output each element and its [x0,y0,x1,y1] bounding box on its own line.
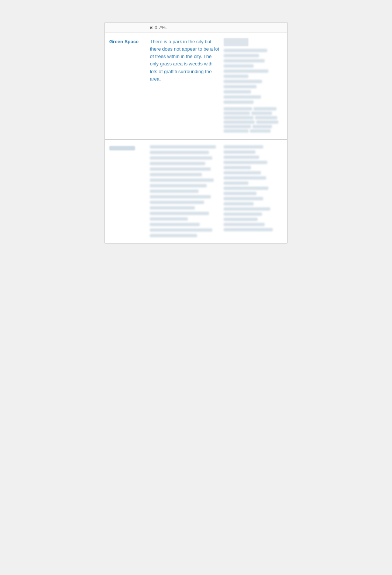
desc-bl-17 [150,234,197,237]
desc-bl-7 [150,178,214,182]
dl-2a [224,112,250,115]
desc-bl-15 [150,223,200,226]
desc-bl-13 [150,212,209,215]
desc-bl-3 [150,156,212,160]
dl-4a [224,120,255,124]
bl-1 [224,49,267,52]
second-data-row [105,139,287,243]
middle-top-box [224,38,248,46]
desc-bl-12 [150,206,195,210]
desc-bl-1 [150,145,216,149]
desc-bl-6 [150,173,202,176]
double-lines-group [224,107,278,134]
bl-6 [224,75,248,78]
desc-bl-5 [150,167,211,171]
dl-3b [255,116,277,119]
bl-4 [224,64,254,68]
middle-blurred-col [224,38,283,134]
desc-bl-11 [150,201,204,204]
dl-6a [224,129,248,133]
m2-bl-10 [224,192,257,195]
m2-bl-6 [224,171,261,174]
dl-1a [224,107,252,110]
green-space-row: Green Space There is a park in the city … [105,33,287,139]
green-space-description: There is a park in the city but there do… [150,38,224,83]
m2-bl-15 [224,218,258,221]
dl-4b [256,120,278,124]
main-content-box: is 0.7%. Green Space There is a park in … [104,22,288,244]
m2-bl-2 [224,150,255,154]
m2-bl-1 [224,145,263,149]
dl-3a [224,116,254,119]
dl-5b [252,125,272,128]
bl-10 [224,95,261,99]
desc-bl-9 [150,190,199,193]
bl-3 [224,59,265,62]
desc-bl-4 [150,162,205,165]
desc-bl-2 [150,151,209,154]
desc-bl-16 [150,228,212,232]
m2-bl-8 [224,181,248,185]
dl-2b [251,112,272,115]
second-row-label [109,145,150,150]
second-row-description [150,145,224,238]
m2-bl-13 [224,207,270,211]
m2-bl-16 [224,223,265,226]
bl-8 [224,85,257,88]
dl-1b [254,107,276,110]
m2-bl-9 [224,187,268,190]
label-blurred-block [109,146,135,150]
top-percent-row: is 0.7%. [105,23,287,33]
bl-2 [224,54,259,57]
bl-7 [224,80,262,83]
m2-bl-17 [224,228,273,231]
desc-bl-14 [150,217,188,221]
m2-bl-3 [224,156,259,159]
dl-6b [250,129,271,133]
m2-bl-7 [224,176,266,180]
m2-bl-12 [224,202,254,205]
percent-text: is 0.7%. [150,25,167,30]
m2-bl-4 [224,161,267,164]
bl-11 [224,101,254,104]
description-text: There is a park in the city but there do… [150,39,219,82]
m2-bl-5 [224,166,251,169]
second-middle-col [224,145,283,232]
bl-5 [224,69,268,73]
green-space-label: Green Space [109,38,150,44]
m2-bl-14 [224,212,262,216]
bl-9 [224,90,251,93]
desc-bl-8 [150,184,207,187]
dl-5a [224,125,251,128]
m2-bl-11 [224,197,263,200]
desc-bl-10 [150,195,211,198]
